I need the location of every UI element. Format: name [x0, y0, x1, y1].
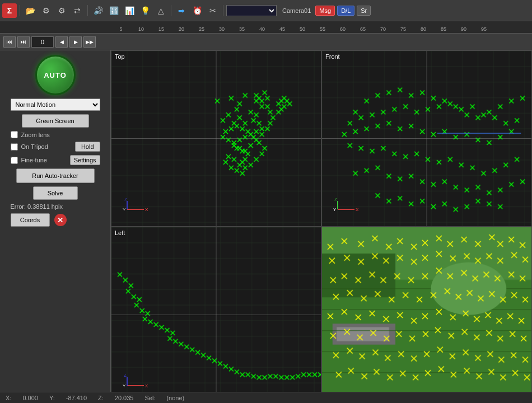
- on-tripod-row: On Tripod: [11, 143, 48, 151]
- front-canvas[interactable]: [322, 51, 531, 226]
- on-tripod-label: On Tripod: [21, 143, 48, 150]
- clock-icon[interactable]: ⏰: [190, 3, 204, 18]
- sel-label: Sel:: [144, 395, 155, 401]
- error-display: Error: 0.38811 hpix: [11, 203, 100, 210]
- tick-90: 90: [454, 26, 474, 32]
- quad-dropdown[interactable]: Quad: [226, 5, 277, 16]
- chart-icon[interactable]: 📊: [122, 3, 137, 18]
- z-label: Z:: [98, 395, 104, 401]
- tick-35: 35: [232, 26, 252, 32]
- sep1: [20, 5, 20, 16]
- tick-75: 75: [393, 26, 413, 32]
- front-viewport[interactable]: Front X Z Y: [321, 50, 532, 227]
- scissors-icon[interactable]: ✂: [206, 3, 220, 18]
- go-end-button[interactable]: ⏭: [17, 36, 30, 48]
- sep4: [223, 5, 223, 16]
- tick-15: 15: [151, 26, 171, 32]
- tick-70: 70: [373, 26, 393, 32]
- calc-icon[interactable]: 🔢: [106, 3, 121, 18]
- sep3: [171, 5, 171, 16]
- green-screen-button[interactable]: Green Screen: [22, 114, 89, 128]
- left-viewport[interactable]: Left X Z Y: [111, 227, 321, 403]
- transform-icon[interactable]: ⇄: [70, 3, 85, 18]
- tick-10: 10: [131, 26, 151, 32]
- top-viewport[interactable]: Top X Z Y: [111, 50, 321, 227]
- fine-tune-label: Fine-tune: [21, 157, 47, 163]
- y-value: -87.410: [66, 395, 87, 401]
- triangle-icon[interactable]: △: [153, 3, 168, 18]
- z-value: 20.035: [115, 395, 134, 401]
- camera-canvas[interactable]: [322, 227, 531, 402]
- auto-label: AUTO: [44, 71, 67, 79]
- step-back-button[interactable]: ◀: [55, 36, 68, 48]
- light-icon[interactable]: 💡: [138, 3, 152, 18]
- msg-button[interactable]: Msg: [315, 6, 335, 16]
- fine-tune-checkbox[interactable]: [11, 157, 18, 164]
- left-canvas[interactable]: [111, 227, 321, 402]
- settings-panel-button[interactable]: Settings: [70, 155, 100, 165]
- left-panel: AUTO Normal Motion Zoom Lens Motion Pan/…: [0, 50, 111, 403]
- y-label: Y:: [49, 395, 55, 401]
- top-canvas[interactable]: [111, 51, 321, 226]
- zoom-lens-row: Zoom lens: [11, 131, 100, 138]
- dl-button[interactable]: D/L: [337, 6, 354, 16]
- tick-60: 60: [333, 26, 353, 32]
- viewports-area: Top X Z Y Front X: [111, 50, 532, 403]
- audio-icon[interactable]: 🔊: [91, 3, 105, 18]
- tick-30: 30: [212, 26, 232, 32]
- zoom-lens-label: Zoom lens: [21, 132, 50, 138]
- auto-button[interactable]: AUTO: [35, 55, 76, 95]
- tick-50: 50: [292, 26, 312, 32]
- tick-20: 20: [171, 26, 192, 32]
- ruler-marks: 5 10 15 20 25 30 35 40 45 50 55 60 65 70…: [111, 21, 494, 33]
- go-start-button[interactable]: ⏮: [3, 36, 16, 48]
- x-value: 0.000: [22, 395, 38, 401]
- timeline-ruler: 5 10 15 20 25 30 35 40 45 50 55 60 65 70…: [0, 21, 532, 34]
- zoom-lens-checkbox[interactable]: [11, 131, 18, 138]
- tick-45: 45: [272, 26, 292, 32]
- settings2-icon[interactable]: ⚙: [54, 3, 69, 18]
- sel-value: (none): [166, 395, 184, 401]
- camera-viewport[interactable]: [321, 227, 532, 403]
- open-icon[interactable]: 📂: [23, 3, 38, 18]
- camera-label: Camera01: [282, 7, 311, 14]
- status-bar: X: 0.000 Y: -87.410 Z: 20.035 Sel: (none…: [0, 392, 532, 403]
- tick-65: 65: [353, 26, 373, 32]
- x-label: X:: [6, 395, 11, 401]
- play-button[interactable]: ▶: [69, 36, 82, 48]
- fast-forward-button[interactable]: ▶▶: [83, 36, 96, 48]
- settings-icon[interactable]: ⚙: [39, 3, 53, 18]
- tick-5: 5: [111, 26, 131, 32]
- toolbar: Σ 📂 ⚙ ⚙ ⇄ 🔊 🔢 📊 💡 △ ➡ ⏰ ✂ Quad Camera01 …: [0, 0, 532, 21]
- tick-80: 80: [413, 26, 433, 32]
- sep2: [87, 5, 88, 16]
- tick-40: 40: [252, 26, 272, 32]
- tick-95: 95: [474, 26, 494, 32]
- frame-controls: ⏮ ⏭ 0 ◀ ▶ ▶▶: [0, 34, 532, 50]
- coords-row: Coords ✕: [11, 213, 100, 227]
- fine-tune-row: Fine-tune: [11, 157, 47, 164]
- main-area: AUTO Normal Motion Zoom Lens Motion Pan/…: [0, 50, 532, 403]
- motion-type-dropdown[interactable]: Normal Motion Zoom Lens Motion Pan/Tilt …: [11, 99, 100, 111]
- solve-button[interactable]: Solve: [33, 186, 78, 200]
- sigma-icon[interactable]: Σ: [2, 3, 17, 18]
- frame-number-input[interactable]: 0: [31, 36, 54, 48]
- sr-button[interactable]: Sr: [357, 6, 371, 16]
- hold-button[interactable]: Hold: [75, 142, 100, 152]
- run-auto-tracker-button[interactable]: Run Auto-tracker: [16, 168, 95, 183]
- tick-85: 85: [433, 26, 454, 32]
- on-tripod-checkbox[interactable]: [11, 143, 18, 151]
- arrow-right-icon[interactable]: ➡: [174, 3, 189, 18]
- delete-button[interactable]: ✕: [54, 214, 67, 226]
- tick-55: 55: [312, 26, 333, 32]
- coords-button[interactable]: Coords: [11, 213, 50, 227]
- tick-25: 25: [192, 26, 212, 32]
